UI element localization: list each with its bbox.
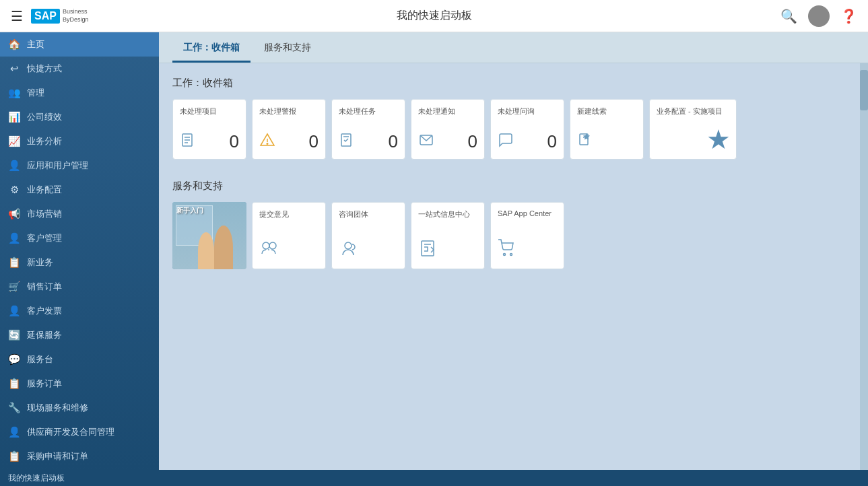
sidebar-label-performance: 公司绩效 (27, 111, 62, 123)
svg-point-18 (504, 254, 506, 256)
tile-unprocessed-notifications[interactable]: 未处理通知 0 (411, 99, 485, 160)
scrollbar[interactable] (860, 63, 868, 470)
tile-unprocessed-tasks[interactable]: 未处理任务 0 (331, 99, 405, 160)
tile-unprocessed-inquiries[interactable]: 未处理问询 0 (490, 99, 564, 160)
inbox-tiles: 未处理项目 0 (172, 99, 846, 160)
sidebar-item-biz-config[interactable]: ⚙ 业务配置 (0, 178, 159, 202)
sidebar-item-app-user-mgmt[interactable]: 👤 应用和用户管理 (0, 153, 159, 178)
tile-bottom-notifications: 0 (418, 131, 477, 152)
sidebar-item-service-desk[interactable]: 💬 服务台 (0, 347, 159, 372)
svg-point-6 (267, 143, 268, 144)
search-icon[interactable]: 🔍 (780, 8, 797, 24)
service-title: 服务和支持 (172, 180, 846, 193)
admin-icon: 👥 (8, 87, 20, 99)
tile-count-alerts: 0 (309, 131, 319, 152)
tile-count-inquiries: 0 (547, 131, 557, 152)
tab-bar: 工作：收件箱 服务和支持 (159, 32, 868, 63)
warranty-icon: 🔄 (8, 329, 20, 341)
feedback-icon (259, 239, 319, 262)
tile-count-tasks: 0 (389, 131, 398, 152)
tab-inbox[interactable]: 工作：收件箱 (172, 32, 251, 63)
inbox-title: 工作：收件箱 (172, 77, 846, 90)
sidebar-item-customer-mgmt[interactable]: 👤 客户管理 (0, 226, 159, 250)
menu-icon[interactable]: ☰ (11, 8, 23, 24)
sidebar-label-purchase-orders: 采购申请和订单 (27, 450, 88, 462)
sidebar-item-customer-invoices[interactable]: 👤 客户发票 (0, 299, 159, 323)
tile-feedback[interactable]: 提交意见 (252, 202, 326, 269)
customer-invoices-icon: 👤 (8, 305, 20, 317)
sidebar-item-service-orders[interactable]: 📋 服务订单 (0, 372, 159, 396)
tile-label-consulting: 咨询团体 (339, 209, 398, 219)
sap-logo: SAP (31, 9, 60, 24)
sidebar-item-analysis[interactable]: 📈 业务分析 (0, 129, 159, 153)
bydesign-logo: Business ByDesign (63, 8, 89, 24)
tile-info-center[interactable]: 一站式信息中心 (411, 202, 485, 269)
sidebar-item-admin[interactable]: 👥 管理 (0, 81, 159, 105)
svg-point-19 (510, 254, 512, 256)
sidebar-item-supplier-dev[interactable]: 👤 供应商开发及合同管理 (0, 420, 159, 444)
header: ☰ SAP Business ByDesign 我的快速启动板 🔍 ❓ (0, 0, 868, 32)
sidebar-item-shortcuts[interactable]: ↩ 快捷方式 (0, 57, 159, 81)
service-tiles: 新手入门 提交意见 (172, 202, 846, 269)
sidebar-item-purchase-orders[interactable]: 📋 采购申请和订单 (0, 444, 159, 468)
header-icons: 🔍 ❓ (780, 5, 857, 27)
sidebar-item-marketing[interactable]: 📢 市场营销 (0, 202, 159, 226)
help-icon[interactable]: ❓ (840, 8, 857, 24)
scrollbar-thumb[interactable] (860, 70, 868, 110)
tile-count-items: 0 (230, 131, 239, 152)
star-icon: ★ (706, 124, 731, 155)
tile-label-inquiries: 未处理问询 (498, 106, 557, 116)
sales-orders-icon: 🛒 (8, 281, 20, 293)
tile-label-leads: 新建线索 (577, 106, 636, 116)
sidebar-item-warranty[interactable]: 🔄 延保服务 (0, 323, 159, 347)
header-title: 我的快速启动板 (397, 9, 472, 23)
sidebar-label-supplier-dev: 供应商开发及合同管理 (27, 426, 114, 438)
sidebar-item-field-service[interactable]: 🔧 现场服务和维修 (0, 396, 159, 420)
footer-bar: 我的快速启动板 (0, 470, 868, 486)
performance-icon: 📊 (8, 111, 20, 123)
tile-icon-notifications (418, 132, 434, 152)
tile-icon-tasks (339, 132, 355, 152)
content-area: 工作：收件箱 未处理项目 (159, 63, 860, 470)
tile-new-leads[interactable]: 新建线索 (570, 99, 644, 160)
sidebar-item-new-biz[interactable]: 📋 新业务 (0, 250, 159, 275)
customer-mgmt-icon: 👤 (8, 232, 20, 244)
tile-icon-items (180, 132, 196, 152)
sidebar-label-customer-invoices: 客户发票 (27, 305, 62, 317)
service-orders-icon: 📋 (8, 378, 20, 390)
sidebar-label-warranty: 延保服务 (27, 329, 62, 341)
analysis-icon: 📈 (8, 135, 20, 147)
tile-business-config[interactable]: 业务配置 - 实施项目 ★ (649, 99, 737, 160)
sidebar-label-analysis: 业务分析 (27, 135, 62, 147)
tile-sap-app-center[interactable]: SAP App Center (490, 202, 564, 269)
app-user-icon: 👤 (8, 160, 20, 172)
sidebar: 🏠 主页 ↩ 快捷方式 👥 管理 📊 公司绩效 📈 业务分析 👤 应用和用户管理… (0, 32, 159, 470)
sidebar-item-sales-orders[interactable]: 🛒 销售订单 (0, 275, 159, 299)
tile-icon-leads (577, 132, 593, 152)
tile-icon-inquiries (498, 132, 514, 152)
tile-bottom-tasks: 0 (339, 131, 398, 152)
supplier-dev-icon: 👤 (8, 426, 20, 438)
tile-label-config: 业务配置 - 实施项目 (657, 106, 729, 116)
sidebar-label-service-desk: 服务台 (27, 353, 53, 366)
tile-bottom-leads (577, 132, 636, 152)
avatar[interactable] (808, 5, 830, 27)
sidebar-label-field-service: 现场服务和维修 (27, 402, 88, 414)
tab-service[interactable]: 服务和支持 (253, 32, 322, 63)
logo: SAP Business ByDesign (31, 8, 88, 24)
tile-new-user[interactable]: 新手入门 (172, 202, 246, 269)
tile-count-notifications: 0 (468, 131, 477, 152)
sidebar-label-service-orders: 服务订单 (27, 378, 62, 390)
consulting-icon (339, 239, 398, 262)
tile-label-tasks: 未处理任务 (339, 106, 398, 116)
tile-unprocessed-alerts[interactable]: 未处理警报 0 (252, 99, 326, 160)
photo-tile-label: 新手入门 (176, 206, 203, 215)
tile-unprocessed-items[interactable]: 未处理项目 0 (172, 99, 246, 160)
sidebar-item-performance[interactable]: 📊 公司绩效 (0, 105, 159, 129)
sidebar-label-app-user: 应用和用户管理 (27, 160, 88, 172)
sidebar-item-home[interactable]: 🏠 主页 (0, 32, 159, 57)
tile-consulting[interactable]: 咨询团体 (331, 202, 405, 269)
sidebar-label-marketing: 市场营销 (27, 208, 62, 220)
svg-point-13 (269, 242, 276, 249)
tile-label-alerts: 未处理警报 (259, 106, 319, 116)
